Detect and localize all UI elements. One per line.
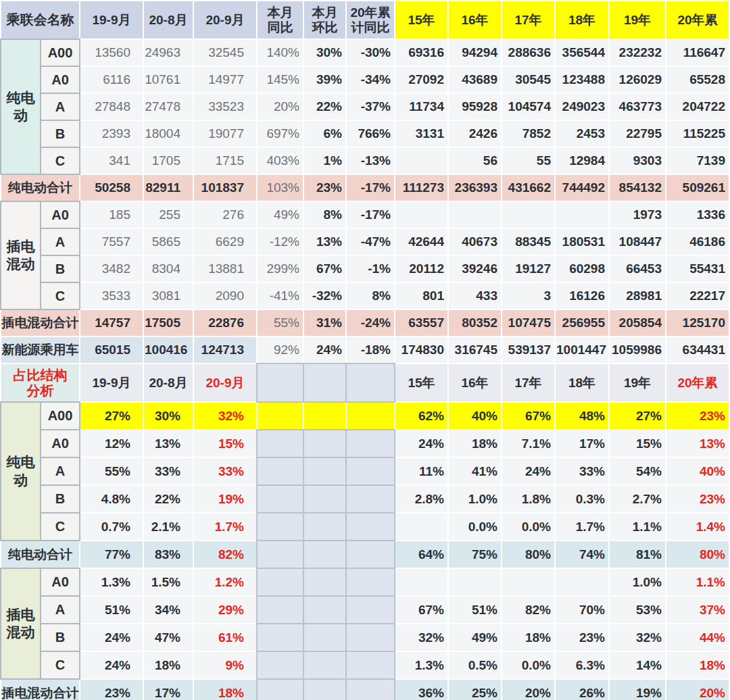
- value-cell: 104574: [502, 94, 554, 120]
- value-cell: [304, 458, 345, 484]
- segment-label: C: [41, 283, 79, 309]
- value-cell: 403%: [258, 148, 303, 174]
- col-header: 18年: [556, 1, 608, 39]
- col-header: 19年: [610, 1, 665, 39]
- value-cell: 33%: [144, 458, 193, 484]
- value-cell: -41%: [258, 283, 303, 309]
- value-cell: [258, 430, 303, 457]
- value-cell: [304, 597, 345, 623]
- value-cell: 36%: [395, 680, 447, 700]
- value-cell: 55%: [258, 310, 303, 336]
- value-cell: [258, 486, 303, 512]
- value-cell: [304, 624, 345, 651]
- vehicle-type-group-label: 纯电动: [1, 403, 40, 540]
- value-cell: 1.2%: [194, 569, 256, 595]
- value-cell: 205854: [610, 310, 665, 336]
- value-cell: 204722: [666, 94, 729, 120]
- value-cell: 67%: [395, 597, 447, 623]
- value-cell: 20%: [502, 680, 554, 700]
- value-cell: 18%: [144, 652, 193, 678]
- value-cell: 1.0%: [610, 569, 665, 595]
- value-cell: 27%: [80, 403, 143, 429]
- value-cell: 92%: [258, 337, 303, 363]
- value-cell: 30545: [502, 67, 554, 93]
- value-cell: 54%: [610, 458, 665, 484]
- value-cell: 17%: [556, 430, 608, 457]
- value-cell: 94294: [449, 40, 501, 66]
- vehicle-type-group-label: 纯电动: [1, 40, 40, 174]
- value-cell: 67%: [304, 256, 345, 282]
- value-cell: -17%: [347, 202, 394, 228]
- value-cell: 44%: [666, 624, 729, 651]
- value-cell: [347, 680, 394, 700]
- value-cell: [556, 569, 608, 595]
- value-cell: [347, 458, 394, 484]
- value-cell: [304, 541, 345, 568]
- value-cell: 174830: [395, 337, 447, 363]
- value-cell: 124713: [194, 337, 256, 363]
- value-cell: 6629: [194, 229, 256, 255]
- col-header: 15年: [395, 1, 447, 39]
- value-cell: 1.1%: [610, 514, 665, 540]
- value-cell: 249023: [556, 94, 608, 120]
- value-cell: 1973: [610, 202, 665, 228]
- value-cell: 16126: [556, 283, 608, 309]
- value-cell: 33%: [194, 458, 256, 484]
- value-cell: 18%: [449, 430, 501, 457]
- value-cell: [258, 624, 303, 651]
- value-cell: 27478: [144, 94, 193, 120]
- value-cell: 1059986: [610, 337, 665, 363]
- value-cell: -24%: [347, 310, 394, 336]
- col-header: 20年累: [666, 364, 729, 401]
- value-cell: [347, 486, 394, 512]
- value-cell: 15%: [194, 430, 256, 457]
- value-cell: 19077: [194, 121, 256, 147]
- value-cell: 25%: [449, 680, 501, 700]
- value-cell: 47%: [144, 624, 193, 651]
- cpca-nev-sales-table: 乘联会名称19-9月20-8月20-9月本月 同比本月 环比20年累 计同比15…: [0, 0, 730, 700]
- value-cell: 20%: [258, 94, 303, 120]
- value-cell: 61%: [194, 624, 256, 651]
- value-cell: [304, 680, 345, 700]
- value-cell: [347, 403, 394, 429]
- value-cell: 2090: [194, 283, 256, 309]
- value-cell: 42644: [395, 229, 447, 255]
- value-cell: 40%: [449, 403, 501, 429]
- value-cell: 64%: [395, 541, 447, 568]
- value-cell: 1336: [666, 202, 729, 228]
- value-cell: 23%: [556, 624, 608, 651]
- col-header: 本月 同比: [258, 1, 303, 39]
- segment-label: A00: [41, 403, 79, 429]
- segment-label: C: [41, 514, 79, 540]
- value-cell: 80%: [666, 541, 729, 568]
- value-cell: 0.3%: [556, 486, 608, 512]
- value-cell: 1.1%: [666, 569, 729, 595]
- value-cell: 299%: [258, 256, 303, 282]
- col-header: 19-9月: [80, 1, 143, 39]
- value-cell: 69316: [395, 40, 447, 66]
- value-cell: [258, 652, 303, 678]
- value-cell: [449, 202, 501, 228]
- total-row-label: 新能源乘用车: [1, 337, 79, 363]
- value-cell: [304, 514, 345, 540]
- value-cell: -1%: [347, 256, 394, 282]
- col-header: 20年累 计同比: [347, 1, 394, 39]
- col-header: 17年: [502, 364, 554, 401]
- value-cell: 276: [194, 202, 256, 228]
- value-cell: [304, 652, 345, 678]
- value-cell: [347, 652, 394, 678]
- value-cell: 111273: [395, 175, 447, 201]
- col-header: 15年: [395, 364, 447, 401]
- value-cell: 70%: [556, 597, 608, 623]
- value-cell: 49%: [449, 624, 501, 651]
- value-cell: 1.3%: [395, 652, 447, 678]
- value-cell: [347, 597, 394, 623]
- value-cell: -34%: [347, 67, 394, 93]
- value-cell: -17%: [347, 175, 394, 201]
- value-cell: 24963: [144, 40, 193, 66]
- col-header: [258, 364, 303, 401]
- value-cell: 82%: [194, 541, 256, 568]
- value-cell: 1.4%: [666, 514, 729, 540]
- value-cell: 32545: [194, 40, 256, 66]
- segment-label: C: [41, 148, 79, 174]
